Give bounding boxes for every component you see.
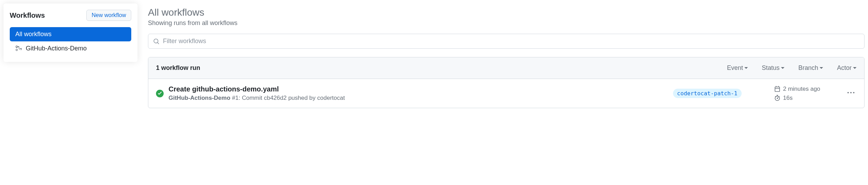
calendar-icon	[774, 86, 780, 92]
page-title: All workflows	[148, 7, 865, 18]
workflow-run-row[interactable]: Create github-actions-demo.yaml GitHub-A…	[148, 79, 864, 108]
branch-filter-dropdown[interactable]: Branch	[798, 64, 823, 72]
success-check-icon	[156, 90, 164, 97]
run-timing: 2 minutes ago 16s	[774, 86, 830, 102]
runs-count-label: 1 workflow run	[156, 64, 713, 72]
dropdown-label: Status	[762, 64, 780, 72]
chevron-down-icon	[820, 67, 823, 69]
run-meta-text: : Commit cb426d2 pushed by codertocat	[238, 95, 345, 101]
run-number: #1	[232, 95, 238, 101]
time-ago-row: 2 minutes ago	[774, 86, 830, 92]
run-title: Create github-actions-demo.yaml	[169, 85, 640, 93]
run-workflow-name: GitHub-Actions-Demo	[169, 95, 230, 101]
duration-label: 16s	[783, 95, 792, 102]
status-filter-dropdown[interactable]: Status	[762, 64, 784, 72]
branch-badge[interactable]: codertocat-patch-1	[673, 89, 742, 98]
dropdown-label: Actor	[837, 64, 852, 72]
runs-header: 1 workflow run Event Status Branch Actor	[148, 57, 864, 79]
sidebar-item-label: All workflows	[15, 31, 52, 38]
workflows-sidebar: Workflows New workflow All workflows Git…	[3, 3, 138, 62]
kebab-menu-button[interactable]	[845, 87, 857, 100]
filter-workflows-input[interactable]	[163, 38, 859, 45]
new-workflow-button[interactable]: New workflow	[86, 10, 131, 21]
sidebar-header: Workflows New workflow	[10, 10, 131, 21]
stopwatch-icon	[774, 95, 780, 101]
sidebar-item-label: GitHub-Actions-Demo	[26, 45, 87, 52]
dropdown-label: Event	[727, 64, 743, 72]
page-subtitle: Showing runs from all workflows	[148, 19, 865, 27]
search-icon	[153, 38, 159, 45]
main-content: All workflows Showing runs from all work…	[148, 3, 865, 108]
actor-filter-dropdown[interactable]: Actor	[837, 64, 857, 72]
sidebar-item-workflow[interactable]: GitHub-Actions-Demo	[10, 41, 131, 56]
chevron-down-icon	[781, 67, 784, 69]
chevron-down-icon	[744, 67, 748, 69]
chevron-down-icon	[853, 67, 857, 69]
filter-container[interactable]	[148, 34, 865, 49]
sidebar-item-all-workflows[interactable]: All workflows	[10, 27, 131, 41]
event-filter-dropdown[interactable]: Event	[727, 64, 748, 72]
sidebar-title: Workflows	[10, 11, 45, 19]
duration-row: 16s	[774, 95, 830, 102]
runs-list: 1 workflow run Event Status Branch Actor	[148, 57, 865, 108]
dropdown-label: Branch	[798, 64, 818, 72]
run-meta: GitHub-Actions-Demo #1: Commit cb426d2 p…	[169, 95, 640, 102]
time-ago-label: 2 minutes ago	[783, 86, 820, 92]
workflow-icon	[15, 46, 22, 52]
run-info: Create github-actions-demo.yaml GitHub-A…	[169, 85, 640, 102]
